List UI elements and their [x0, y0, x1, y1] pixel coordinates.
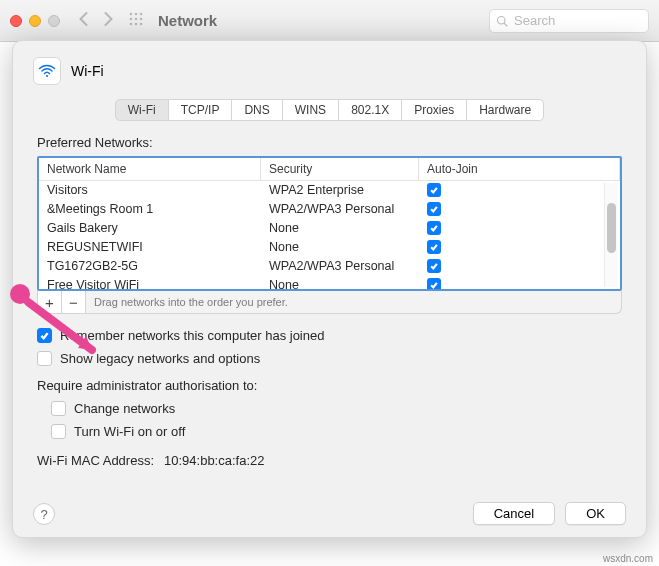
col-network-name[interactable]: Network Name	[39, 158, 261, 180]
titlebar: Network Search	[0, 0, 659, 42]
table-row[interactable]: Free Visitor WiFiNone	[39, 276, 620, 289]
wifi-advanced-sheet: Wi-Fi Wi-FiTCP/IPDNSWINS802.1XProxiesHar…	[12, 40, 647, 538]
cell-network-name: TG1672GB2-5G	[39, 257, 261, 276]
tab-tcp-ip[interactable]: TCP/IP	[169, 99, 233, 121]
autojoin-checkbox[interactable]	[427, 221, 441, 235]
mac-address-label: Wi-Fi MAC Address:	[37, 453, 154, 468]
col-security[interactable]: Security	[261, 158, 419, 180]
autojoin-checkbox[interactable]	[427, 259, 441, 273]
cell-auto-join[interactable]	[419, 238, 620, 257]
turn-wifi-checkbox[interactable]	[51, 424, 66, 439]
search-icon	[496, 15, 508, 27]
table-row[interactable]: TG1672GB2-5GWPA2/WPA3 Personal	[39, 257, 620, 276]
svg-point-0	[130, 12, 133, 15]
sheet-title: Wi-Fi	[71, 63, 104, 79]
cancel-button[interactable]: Cancel	[473, 502, 555, 525]
table-toolbar: + − Drag networks into the order you pre…	[37, 291, 622, 314]
tab-wins[interactable]: WINS	[283, 99, 339, 121]
tab-wi-fi[interactable]: Wi-Fi	[115, 99, 169, 121]
turn-wifi-label: Turn Wi-Fi on or off	[74, 424, 185, 439]
remember-networks-checkbox[interactable]	[37, 328, 52, 343]
autojoin-checkbox[interactable]	[427, 202, 441, 216]
autojoin-checkbox[interactable]	[427, 240, 441, 254]
cell-network-name: Visitors	[39, 181, 261, 200]
remember-networks-label: Remember networks this computer has join…	[60, 328, 324, 343]
svg-point-8	[140, 22, 143, 25]
autojoin-checkbox[interactable]	[427, 278, 441, 289]
cell-security: None	[261, 219, 419, 238]
svg-point-1	[135, 12, 138, 15]
cell-security: None	[261, 276, 419, 289]
remove-network-button[interactable]: −	[62, 291, 86, 313]
help-button[interactable]: ?	[33, 503, 55, 525]
search-field[interactable]: Search	[489, 9, 649, 33]
preferred-networks-table[interactable]: Network Name Security Auto-Join Visitors…	[37, 156, 622, 291]
cell-network-name: Free Visitor WiFi	[39, 276, 261, 289]
change-networks-label: Change networks	[74, 401, 175, 416]
wifi-icon	[33, 57, 61, 85]
cell-network-name: &Meetings Room 1	[39, 200, 261, 219]
cell-auto-join[interactable]	[419, 200, 620, 219]
cell-auto-join[interactable]	[419, 181, 620, 200]
zoom-window-button[interactable]	[48, 15, 60, 27]
mac-address-value: 10:94:bb:ca:fa:22	[164, 453, 264, 468]
cell-network-name: Gails Bakery	[39, 219, 261, 238]
svg-line-10	[504, 23, 507, 26]
ok-button[interactable]: OK	[565, 502, 626, 525]
watermark: wsxdn.com	[603, 553, 653, 564]
cell-auto-join[interactable]	[419, 276, 620, 289]
cell-network-name: REGUSNETWIFI	[39, 238, 261, 257]
table-row[interactable]: VisitorsWPA2 Enterprise	[39, 181, 620, 200]
svg-point-5	[140, 17, 143, 20]
drag-hint: Drag networks into the order you prefer.	[86, 296, 288, 308]
svg-point-3	[130, 17, 133, 20]
forward-button[interactable]	[103, 11, 114, 31]
cell-security: None	[261, 238, 419, 257]
change-networks-checkbox[interactable]	[51, 401, 66, 416]
tab-bar: Wi-FiTCP/IPDNSWINS802.1XProxiesHardware	[13, 99, 646, 121]
svg-point-6	[130, 22, 133, 25]
table-header: Network Name Security Auto-Join	[39, 158, 620, 181]
cell-auto-join[interactable]	[419, 257, 620, 276]
table-scrollbar[interactable]	[604, 183, 618, 287]
add-network-button[interactable]: +	[38, 291, 62, 313]
svg-point-4	[135, 17, 138, 20]
back-button[interactable]	[78, 11, 89, 31]
svg-point-11	[46, 75, 48, 77]
tab-802-1x[interactable]: 802.1X	[339, 99, 402, 121]
cell-security: WPA2 Enterprise	[261, 181, 419, 200]
tab-hardware[interactable]: Hardware	[467, 99, 544, 121]
show-all-icon[interactable]	[128, 11, 144, 31]
col-auto-join[interactable]: Auto-Join	[419, 158, 620, 180]
close-window-button[interactable]	[10, 15, 22, 27]
svg-point-9	[498, 16, 506, 24]
minimize-window-button[interactable]	[29, 15, 41, 27]
cell-security: WPA2/WPA3 Personal	[261, 200, 419, 219]
window-traffic-lights	[10, 15, 60, 27]
autojoin-checkbox[interactable]	[427, 183, 441, 197]
legacy-networks-label: Show legacy networks and options	[60, 351, 260, 366]
window-title: Network	[158, 12, 217, 29]
cell-auto-join[interactable]	[419, 219, 620, 238]
scroll-thumb[interactable]	[607, 203, 616, 253]
svg-point-2	[140, 12, 143, 15]
svg-point-7	[135, 22, 138, 25]
table-row[interactable]: &Meetings Room 1WPA2/WPA3 Personal	[39, 200, 620, 219]
system-prefs-window: Network Search	[0, 0, 659, 42]
require-admin-label: Require administrator authorisation to:	[37, 378, 622, 393]
search-placeholder: Search	[514, 13, 555, 28]
tab-dns[interactable]: DNS	[232, 99, 282, 121]
preferred-networks-label: Preferred Networks:	[37, 135, 622, 150]
cell-security: WPA2/WPA3 Personal	[261, 257, 419, 276]
table-row[interactable]: Gails BakeryNone	[39, 219, 620, 238]
tab-proxies[interactable]: Proxies	[402, 99, 467, 121]
legacy-networks-checkbox[interactable]	[37, 351, 52, 366]
table-row[interactable]: REGUSNETWIFINone	[39, 238, 620, 257]
